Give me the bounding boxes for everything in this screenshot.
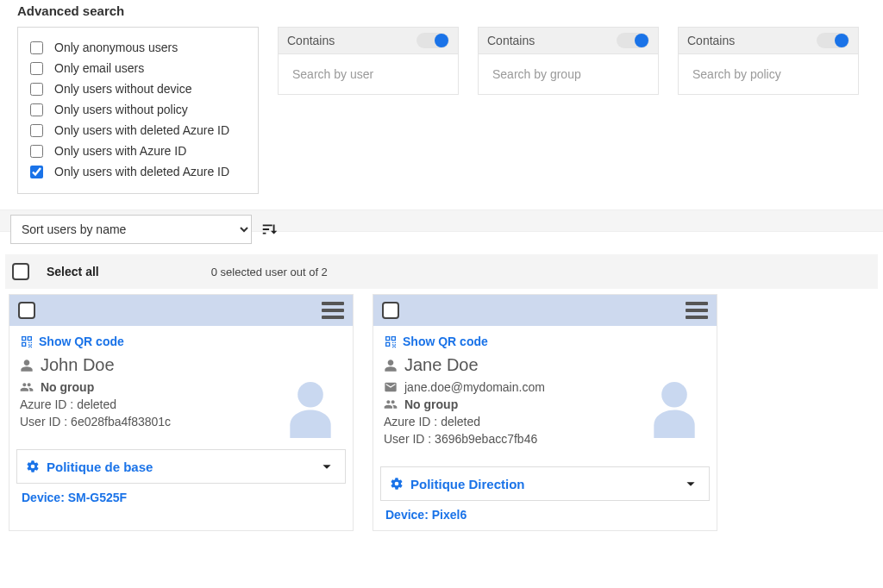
search-column: Contains (278, 27, 459, 95)
filter-item[interactable]: Only users with deleted Azure ID (27, 162, 247, 181)
select-all-label: Select all (47, 265, 99, 278)
policy-row[interactable]: Politique de base (16, 449, 346, 484)
hamburger-icon[interactable] (322, 302, 344, 319)
chevron-down-icon[interactable] (317, 457, 336, 476)
sort-select[interactable]: Sort users by name (10, 215, 252, 244)
filter-item[interactable]: Only email users (27, 59, 247, 78)
person-icon (384, 359, 398, 372)
filter-checkbox[interactable] (30, 41, 43, 54)
qr-icon (384, 335, 398, 348)
card-header (373, 295, 717, 326)
sort-asc-icon[interactable] (260, 220, 279, 239)
user-group: No group (41, 380, 94, 394)
mail-icon (384, 380, 398, 394)
filter-checkbox[interactable] (30, 124, 43, 137)
search-column: Contains (478, 27, 659, 95)
filter-item[interactable]: Only anonymous users (27, 38, 247, 57)
user-email: jane.doe@mydomain.com (404, 380, 545, 394)
filter-checkbox[interactable] (30, 103, 43, 116)
show-qr-label: Show QR code (39, 335, 124, 348)
filter-item[interactable]: Only users without device (27, 79, 247, 98)
filter-checkbox[interactable] (30, 145, 43, 158)
card-checkbox[interactable] (382, 302, 399, 319)
user-group: No group (404, 397, 458, 411)
chevron-down-icon[interactable] (681, 474, 700, 493)
contains-label: Contains (487, 34, 535, 47)
card-checkbox[interactable] (18, 302, 35, 319)
search-input[interactable] (291, 66, 446, 82)
filter-label: Only users with Azure ID (54, 141, 186, 160)
policy-name: Politique Direction (410, 477, 525, 491)
group-icon (20, 380, 34, 394)
page-title: Advanced search (17, 3, 866, 18)
contains-header: Contains (278, 27, 459, 54)
hamburger-icon[interactable] (686, 302, 708, 319)
select-all-checkbox[interactable] (12, 263, 29, 280)
user-name: John Doe (41, 355, 115, 375)
filter-label: Only users without policy (54, 100, 188, 119)
search-input[interactable] (491, 66, 646, 82)
user-id: User ID : 6e028fba4f83801c (20, 415, 171, 428)
filter-checkbox[interactable] (30, 166, 43, 178)
select-all-bar: Select all 0 selected user out of 2 (5, 254, 878, 289)
user-name: Jane Doe (404, 355, 479, 375)
show-qr-link[interactable]: Show QR code (384, 335, 706, 348)
policy-name: Politique de base (47, 460, 153, 474)
device-link[interactable]: Device: SM-G525F (9, 485, 353, 513)
search-column: Contains (678, 27, 859, 95)
svg-point-0 (297, 382, 323, 408)
filter-label: Only anonymous users (54, 38, 178, 57)
show-qr-link[interactable]: Show QR code (20, 335, 342, 348)
filter-checkbox[interactable] (30, 62, 43, 75)
card-header (9, 295, 353, 326)
gear-icon (26, 460, 40, 473)
azure-id: Azure ID : deleted (20, 397, 116, 411)
svg-point-1 (661, 382, 687, 408)
contains-toggle[interactable] (416, 33, 449, 48)
contains-toggle[interactable] (617, 33, 649, 48)
policy-row[interactable]: Politique Direction (380, 466, 710, 501)
avatar-icon (642, 374, 706, 438)
selected-count: 0 selected user out of 2 (211, 266, 328, 278)
search-input[interactable] (691, 66, 846, 82)
person-icon (20, 359, 34, 372)
filter-item[interactable]: Only users without policy (27, 100, 247, 119)
filter-box: Only anonymous usersOnly email usersOnly… (17, 27, 259, 194)
contains-label: Contains (687, 34, 735, 47)
user-card: Show QR code Jane Doe jane.doe@mydomain.… (373, 294, 717, 531)
contains-label: Contains (287, 34, 335, 47)
filter-item[interactable]: Only users with deleted Azure ID (27, 121, 247, 140)
filter-label: Only users with deleted Azure ID (54, 121, 229, 140)
azure-id: Azure ID : deleted (384, 415, 480, 428)
group-icon (384, 397, 398, 411)
gear-icon (390, 477, 404, 491)
show-qr-label: Show QR code (403, 335, 488, 348)
filter-checkbox[interactable] (30, 83, 43, 96)
avatar-icon (279, 374, 342, 438)
filter-label: Only users with deleted Azure ID (54, 162, 229, 181)
contains-toggle[interactable] (817, 33, 849, 48)
filter-item[interactable]: Only users with Azure ID (27, 141, 247, 160)
contains-header: Contains (478, 27, 659, 54)
user-id: User ID : 3696b9ebacc7fb46 (384, 432, 537, 446)
filter-label: Only email users (54, 59, 144, 78)
qr-icon (20, 335, 34, 348)
device-link[interactable]: Device: Pixel6 (373, 503, 717, 530)
contains-header: Contains (678, 27, 859, 54)
user-card: Show QR code John Doe No group Azure ID … (9, 294, 354, 531)
filter-label: Only users without device (54, 79, 192, 98)
